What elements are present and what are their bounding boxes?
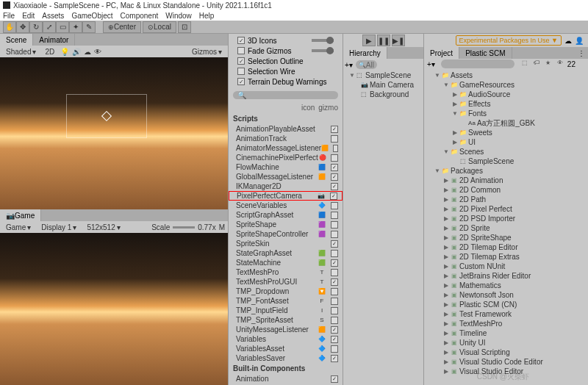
gizmo-checkbox[interactable] bbox=[331, 355, 338, 362]
tree-pkg-2d-tilemap-editor[interactable]: ▶▣2D Tilemap Editor bbox=[424, 242, 588, 252]
gizmo-option-0[interactable]: 3D Icons bbox=[233, 35, 338, 46]
tree-assets[interactable]: ▼📁Assets bbox=[424, 71, 588, 80]
scale-tool[interactable]: ⤢ bbox=[43, 21, 56, 33]
move-tool[interactable]: ✥ bbox=[16, 21, 29, 33]
add-button[interactable]: +▾ bbox=[427, 60, 435, 68]
builtin-row-Animation[interactable]: Animation bbox=[229, 374, 343, 384]
script-row-UnityMessageListener[interactable]: UnityMessageListener🟧 bbox=[229, 325, 343, 334]
tab-animator[interactable]: Animator bbox=[33, 34, 75, 46]
cloud-icon[interactable]: ☁ bbox=[564, 37, 572, 45]
script-row-VariablesAsset[interactable]: VariablesAsset🔷 bbox=[229, 344, 343, 353]
script-row-SpriteShapeController[interactable]: SpriteShapeController🟪 bbox=[229, 229, 343, 239]
scene-light-icon[interactable]: 💡 bbox=[60, 48, 69, 56]
tree-pkg-mathematics[interactable]: ▶▣Mathematics bbox=[424, 281, 588, 290]
gizmo-checkbox[interactable] bbox=[331, 135, 338, 143]
menu-file[interactable]: File bbox=[3, 12, 15, 20]
gizmo-checkbox[interactable] bbox=[331, 154, 338, 162]
script-row-SpriteShape[interactable]: SpriteShape🟪 bbox=[229, 220, 343, 229]
gizmo-checkbox[interactable] bbox=[331, 375, 338, 383]
script-row-GlobalMessageListener[interactable]: GlobalMessageListener🟧 bbox=[229, 172, 343, 181]
hand-tool[interactable]: ✋ bbox=[3, 21, 16, 33]
script-row-AnimationPlayableAsset[interactable]: AnimationPlayableAsset bbox=[229, 124, 343, 134]
tree-pkg-2d-psd-importer[interactable]: ▶▣2D PSD Importer bbox=[424, 214, 588, 223]
tree-pkg-visual-studio-code-editor[interactable]: ▶▣Visual Studio Code Editor bbox=[424, 357, 588, 367]
hierarchy-item-camera[interactable]: 📷Main Camera bbox=[343, 80, 423, 90]
tree-pkg-unity-ui[interactable]: ▶▣Unity UI bbox=[424, 338, 588, 348]
transform-tool[interactable]: ✦ bbox=[69, 21, 82, 33]
gizmo-checkbox[interactable] bbox=[331, 345, 338, 353]
gizmo-checkbox[interactable] bbox=[331, 336, 338, 343]
scene-view[interactable] bbox=[0, 57, 228, 209]
slider[interactable] bbox=[312, 49, 334, 52]
tree-pkg-plastic-scm-(cn)[interactable]: ▶▣Plastic SCM (CN) bbox=[424, 300, 588, 309]
tab-scene[interactable]: Scene bbox=[0, 34, 33, 46]
tree-pkg-2d-tilemap-extras[interactable]: ▶▣2D Tilemap Extras bbox=[424, 252, 588, 262]
script-row-TextMeshPro[interactable]: TextMeshProT bbox=[229, 267, 343, 277]
script-row-CinemachinePixelPerfect[interactable]: CinemachinePixelPerfect🔴 bbox=[229, 153, 343, 162]
script-row-TMP_InputField[interactable]: TMP_InputFieldI bbox=[229, 306, 343, 315]
tree-effects[interactable]: ▶📁Effects bbox=[424, 99, 588, 109]
scene-fx-icon[interactable]: ☁ bbox=[84, 48, 91, 56]
script-row-FlowMachine[interactable]: FlowMachine🟦 bbox=[229, 162, 343, 172]
save-search-icon[interactable]: ★ bbox=[544, 60, 553, 68]
rotate-tool[interactable]: ↻ bbox=[29, 21, 43, 33]
tree-pkg-2d-path[interactable]: ▶▣2D Path bbox=[424, 195, 588, 204]
hidden-count-icon[interactable]: 👁 bbox=[556, 60, 564, 68]
gizmo-checkbox[interactable] bbox=[331, 221, 338, 229]
menu-edit[interactable]: Edit bbox=[22, 12, 35, 20]
script-row-StateMachine[interactable]: StateMachine🟩 bbox=[229, 258, 343, 267]
gizmo-checkbox[interactable] bbox=[331, 183, 338, 190]
tree-ui[interactable]: ▶📁UI bbox=[424, 137, 588, 147]
game-dropdown[interactable]: Game ▾ bbox=[3, 223, 34, 231]
resolution-dropdown[interactable]: 512x512 ▾ bbox=[84, 223, 123, 231]
gizmo-option-2[interactable]: Selection Outline bbox=[233, 56, 338, 66]
gizmos-dropdown[interactable]: Gizmos ▾ bbox=[189, 48, 225, 56]
script-row-SceneVariables[interactable]: SceneVariables🔷 bbox=[229, 201, 343, 210]
gizmo-checkbox[interactable] bbox=[331, 231, 338, 238]
maximize-toggle[interactable]: M bbox=[219, 223, 225, 231]
tree-pkg-2d-common[interactable]: ▶▣2D Common bbox=[424, 185, 588, 195]
tree-pkg-test-framework[interactable]: ▶▣Test Framework bbox=[424, 309, 588, 319]
tree-sweets[interactable]: ▶📁Sweets bbox=[424, 128, 588, 137]
gizmo-checkbox[interactable] bbox=[331, 326, 338, 334]
script-row-AnimatorMessageListener[interactable]: AnimatorMessageListener🟧 bbox=[229, 143, 343, 153]
gizmo-checkbox[interactable] bbox=[331, 240, 338, 248]
tree-pkg-visual-scripting[interactable]: ▶▣Visual Scripting bbox=[424, 348, 588, 357]
gizmo-checkbox[interactable] bbox=[331, 278, 338, 286]
gizmo-checkbox[interactable] bbox=[331, 212, 338, 219]
gizmo-checkbox[interactable] bbox=[330, 192, 337, 200]
hierarchy-item-background[interactable]: ⬚Background bbox=[343, 90, 423, 99]
checkbox-icon[interactable] bbox=[237, 37, 245, 44]
gizmo-option-4[interactable]: Terrain Debug Warnings bbox=[233, 76, 338, 87]
pivot-local[interactable]: ⊙Local bbox=[143, 21, 176, 33]
gizmo-checkbox[interactable] bbox=[331, 288, 338, 295]
gizmo-option-3[interactable]: Selection Wire bbox=[233, 66, 338, 76]
checkbox-icon[interactable] bbox=[237, 47, 245, 54]
project-search[interactable] bbox=[441, 60, 514, 68]
script-row-Variables[interactable]: Variables🔷 bbox=[229, 334, 343, 344]
tree-pkg-textmeshpro[interactable]: ▶▣TextMeshPro bbox=[424, 319, 588, 328]
script-row-SpriteSkin[interactable]: SpriteSkin bbox=[229, 239, 343, 248]
tree-gameresources[interactable]: ▼📁GameResources bbox=[424, 80, 588, 90]
gizmo-checkbox[interactable] bbox=[333, 145, 338, 152]
menu-help[interactable]: Help bbox=[199, 12, 215, 20]
menu-component[interactable]: Component bbox=[121, 12, 159, 20]
script-row-VariablesSaver[interactable]: VariablesSaver🔷 bbox=[229, 353, 343, 363]
scale-slider[interactable] bbox=[173, 226, 195, 229]
checkbox-icon[interactable] bbox=[237, 57, 245, 65]
checkbox-icon[interactable] bbox=[237, 68, 245, 75]
gizmo-checkbox[interactable] bbox=[331, 307, 338, 314]
menu-window[interactable]: Window bbox=[165, 12, 192, 20]
tree-font-file[interactable]: AaAa方正粗圆_GBK bbox=[424, 118, 588, 128]
script-row-TMP_SpriteAsset[interactable]: TMP_SpriteAssetS bbox=[229, 315, 343, 325]
tree-pkg-newtonsoft-json[interactable]: ▶▣Newtonsoft Json bbox=[424, 290, 588, 300]
gizmo-checkbox[interactable] bbox=[331, 126, 338, 133]
script-row-ScriptGraphAsset[interactable]: ScriptGraphAsset🟦 bbox=[229, 210, 343, 220]
script-row-IKManager2D[interactable]: IKManager2D bbox=[229, 181, 343, 191]
tab-project[interactable]: Project bbox=[424, 47, 459, 59]
gizmo-checkbox[interactable] bbox=[331, 202, 338, 209]
gizmo-checkbox[interactable] bbox=[331, 164, 338, 171]
checkbox-icon[interactable] bbox=[237, 78, 245, 85]
tab-game[interactable]: 📷 Game bbox=[0, 209, 41, 221]
tab-menu-icon[interactable]: ⋮ bbox=[575, 49, 588, 57]
